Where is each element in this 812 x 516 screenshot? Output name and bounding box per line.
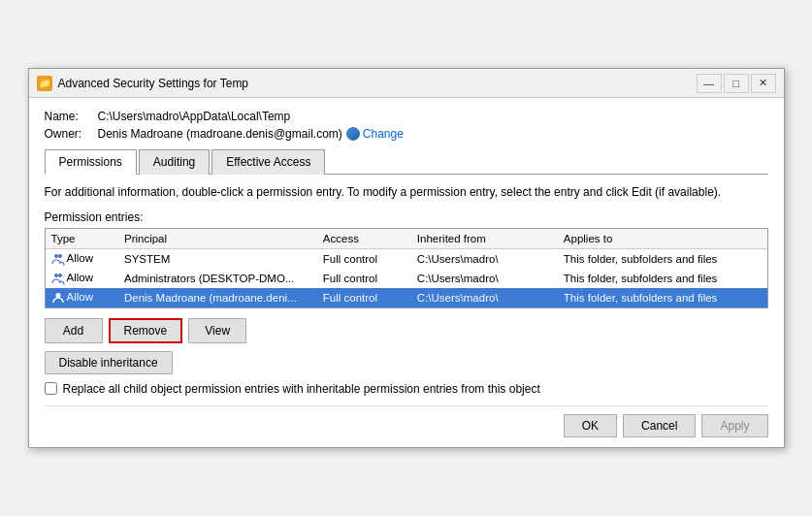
cancel-button[interactable]: Cancel xyxy=(623,414,696,437)
cell-inherited: C:\Users\madro\ xyxy=(411,288,558,307)
maximize-button[interactable]: □ xyxy=(724,74,749,93)
cell-applies: This folder, subfolders and files xyxy=(558,288,767,307)
dialog-footer: OK Cancel Apply xyxy=(45,405,768,437)
cell-applies: This folder, subfolders and files xyxy=(558,248,767,269)
col-header-access: Access xyxy=(317,229,411,249)
main-window: 📁 Advanced Security Settings for Temp — … xyxy=(28,68,785,448)
ok-button[interactable]: OK xyxy=(564,414,617,437)
minimize-button[interactable]: — xyxy=(697,74,722,93)
col-header-type: Type xyxy=(46,229,118,249)
cell-access: Full control xyxy=(317,288,411,307)
apply-button[interactable]: Apply xyxy=(701,414,767,437)
cell-type: Allow xyxy=(46,288,118,307)
svg-point-1 xyxy=(58,254,62,258)
globe-icon xyxy=(346,127,360,141)
svg-point-2 xyxy=(54,274,58,277)
tab-bar: Permissions Auditing Effective Access xyxy=(45,148,768,175)
permission-entries-label: Permission entries: xyxy=(45,210,768,224)
title-controls: — □ ✕ xyxy=(697,74,776,93)
remove-button[interactable]: Remove xyxy=(109,318,183,343)
cell-type: Allow xyxy=(46,248,118,269)
cell-access: Full control xyxy=(317,269,411,288)
name-value: C:\Users\madro\AppData\Local\Temp xyxy=(98,110,291,123)
owner-label: Owner: xyxy=(45,127,98,141)
window-title: Advanced Security Settings for Temp xyxy=(58,77,249,90)
title-bar-left: 📁 Advanced Security Settings for Temp xyxy=(37,76,249,91)
owner-row: Owner: Denis Madroane (madroane.denis@gm… xyxy=(45,127,768,141)
cell-access: Full control xyxy=(317,248,411,269)
name-row: Name: C:\Users\madro\AppData\Local\Temp xyxy=(45,110,768,123)
tab-auditing[interactable]: Auditing xyxy=(139,149,210,175)
table-header-row: Type Principal Access Inherited from App… xyxy=(46,229,767,249)
action-buttons: Add Remove View xyxy=(45,318,768,343)
inheritance-btn-container: Disable inheritance xyxy=(45,351,768,374)
user-icon xyxy=(51,272,65,285)
table-row[interactable]: AllowDenis Madroane (madroane.deni...Ful… xyxy=(46,288,767,307)
close-button[interactable]: ✕ xyxy=(751,74,776,93)
permission-table-container: Type Principal Access Inherited from App… xyxy=(45,228,768,308)
view-button[interactable]: View xyxy=(188,318,246,343)
replace-checkbox-row: Replace all child object permission entr… xyxy=(45,382,768,396)
cell-inherited: C:\Users\madro\ xyxy=(411,269,558,288)
replace-checkbox-label: Replace all child object permission entr… xyxy=(63,382,540,396)
cell-inherited: C:\Users\madro\ xyxy=(411,248,558,269)
change-label: Change xyxy=(363,127,404,141)
col-header-applies: Applies to xyxy=(558,229,767,249)
add-button[interactable]: Add xyxy=(45,318,103,343)
user-icon xyxy=(51,291,65,305)
table-row[interactable]: AllowSYSTEMFull controlC:\Users\madro\Th… xyxy=(46,248,767,269)
svg-point-3 xyxy=(58,274,62,277)
user-icon xyxy=(51,252,65,266)
description-text: For additional information, double-click… xyxy=(45,184,768,201)
cell-principal: Denis Madroane (madroane.deni... xyxy=(118,288,317,307)
permission-table: Type Principal Access Inherited from App… xyxy=(46,229,767,307)
owner-value: Denis Madroane (madroane.denis@gmail.com… xyxy=(98,127,342,141)
tab-permissions[interactable]: Permissions xyxy=(45,149,137,175)
name-label: Name: xyxy=(45,110,98,123)
cell-type: Allow xyxy=(46,269,118,288)
svg-point-0 xyxy=(54,254,58,258)
dialog-content: Name: C:\Users\madro\AppData\Local\Temp … xyxy=(29,98,784,447)
replace-checkbox[interactable] xyxy=(45,382,57,395)
table-row[interactable]: AllowAdministrators (DESKTOP-DMO...Full … xyxy=(46,269,767,288)
col-header-inherited: Inherited from xyxy=(411,229,558,249)
cell-applies: This folder, subfolders and files xyxy=(558,269,767,288)
cell-principal: Administrators (DESKTOP-DMO... xyxy=(118,269,317,288)
disable-inheritance-button[interactable]: Disable inheritance xyxy=(45,351,173,374)
cell-principal: SYSTEM xyxy=(118,248,317,269)
window-icon: 📁 xyxy=(37,76,52,91)
title-bar: 📁 Advanced Security Settings for Temp — … xyxy=(29,69,784,98)
change-link[interactable]: Change xyxy=(346,127,404,141)
col-header-principal: Principal xyxy=(118,229,317,249)
tab-effective-access[interactable]: Effective Access xyxy=(211,149,325,175)
